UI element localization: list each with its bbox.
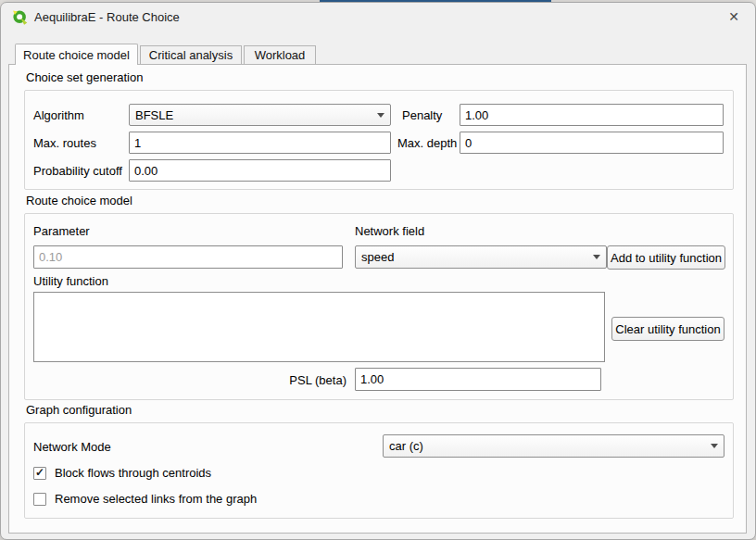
probability-cutoff-input[interactable]: [129, 159, 391, 182]
chevron-down-icon: [711, 444, 718, 448]
clear-utility-function-button[interactable]: Clear utility function: [611, 317, 724, 341]
chevron-down-icon: [377, 113, 384, 118]
remove-links-checkbox-row[interactable]: ✓ Remove selected links from the graph: [33, 492, 257, 506]
chevron-down-icon: [593, 255, 600, 259]
algorithm-combobox[interactable]: BFSLE: [129, 104, 391, 126]
utility-function-label: Utility function: [33, 274, 108, 288]
network-field-combobox[interactable]: speed: [355, 245, 607, 269]
network-field-label: Network field: [355, 224, 424, 238]
dialog-window: AequilibraE - Route Choice ✕ Route choic…: [0, 2, 756, 540]
block-flows-checkbox[interactable]: ✓: [33, 467, 46, 480]
close-icon: ✕: [728, 9, 739, 24]
penalty-label: Penalty: [402, 108, 442, 122]
max-routes-label: Max. routes: [33, 136, 96, 150]
close-button[interactable]: ✕: [712, 3, 755, 31]
penalty-input[interactable]: [460, 104, 724, 126]
network-mode-value: car (c): [389, 439, 423, 453]
choice-set-generation-title: Choice set generation: [26, 70, 143, 84]
add-to-utility-function-button[interactable]: Add to utility function: [607, 245, 725, 270]
block-flows-label: Block flows through centroids: [55, 466, 211, 480]
parameter-input[interactable]: [33, 245, 343, 269]
psl-beta-label: PSL (beta): [256, 373, 346, 387]
checkmark-icon: ✓: [35, 467, 44, 478]
graph-configuration-title: Graph configuration: [26, 403, 132, 417]
algorithm-value: BFSLE: [135, 108, 173, 122]
tab-critical-analysis[interactable]: Critical analysis: [140, 45, 242, 64]
max-depth-label: Max. depth: [397, 136, 457, 150]
aequilibrae-logo-icon: [12, 9, 28, 25]
max-routes-input[interactable]: [129, 132, 391, 154]
block-flows-checkbox-row[interactable]: ✓ Block flows through centroids: [33, 466, 211, 480]
network-mode-combobox[interactable]: car (c): [383, 434, 724, 458]
title-bar[interactable]: AequilibraE - Route Choice ✕: [1, 3, 755, 31]
remove-links-checkbox[interactable]: ✓: [33, 493, 46, 506]
tab-pane: Choice set generation Algorithm BFSLE Pe…: [8, 64, 747, 534]
window-title: AequilibraE - Route Choice: [34, 10, 180, 24]
algorithm-label: Algorithm: [33, 108, 84, 122]
parameter-label: Parameter: [33, 224, 90, 238]
route-choice-model-title: Route choice model: [26, 194, 132, 207]
tab-route-choice-model[interactable]: Route choice model: [15, 44, 138, 65]
tab-workload[interactable]: Workload: [244, 45, 316, 64]
max-depth-input[interactable]: [460, 132, 724, 154]
network-mode-label: Network Mode: [33, 440, 111, 454]
remove-links-label: Remove selected links from the graph: [55, 492, 257, 506]
network-field-value: speed: [361, 250, 394, 264]
psl-beta-input[interactable]: [355, 368, 601, 391]
utility-function-textarea[interactable]: [33, 292, 605, 362]
probability-cutoff-label: Probability cutoff: [33, 164, 122, 178]
